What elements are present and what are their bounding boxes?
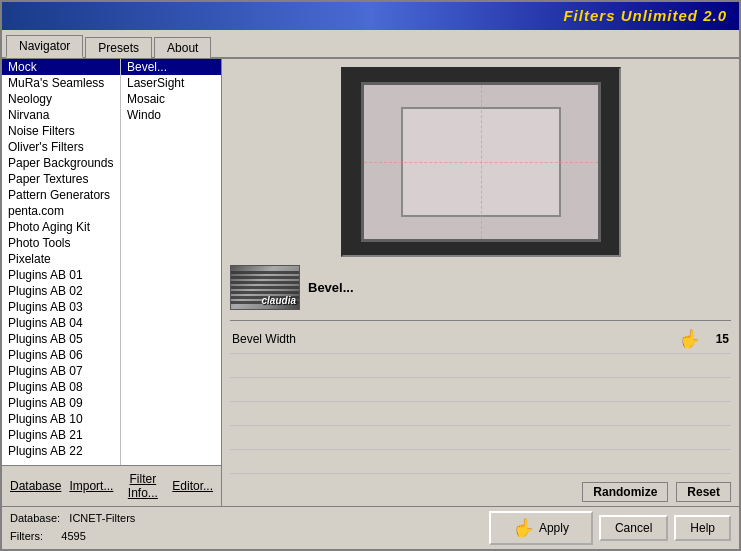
randomize-button[interactable]: Randomize — [582, 482, 668, 502]
param-row-empty-3 — [230, 402, 731, 426]
param-label: Bevel Width — [232, 332, 679, 346]
tab-navigator[interactable]: Navigator — [6, 35, 83, 58]
param-row-bevel-width: Bevel Width 👆 15 — [230, 325, 731, 354]
list-item[interactable]: Plugins AB 09 — [2, 395, 120, 411]
list-item[interactable]: Plugins AB 22 — [2, 443, 120, 459]
list-item[interactable]: Plugins AB 05 — [2, 331, 120, 347]
thumb-line — [231, 271, 299, 274]
hand-icon: 👆 — [679, 328, 701, 350]
param-value-area: 👆 15 — [679, 328, 729, 350]
list-item[interactable]: Mock — [2, 59, 120, 75]
preview-outer — [230, 63, 731, 265]
list-item[interactable]: Plugins AB 01 — [2, 267, 120, 283]
separator — [230, 320, 731, 321]
preview-area — [341, 67, 621, 257]
param-row-empty-5 — [230, 450, 731, 474]
filters-value: 4595 — [61, 530, 85, 542]
sub-list-item[interactable]: LaserSight — [121, 75, 221, 91]
list-item[interactable]: Plugins AB 21 — [2, 427, 120, 443]
thumb-line — [231, 286, 299, 289]
list-item[interactable]: Plugins AB 07 — [2, 363, 120, 379]
reset-button[interactable]: Reset — [676, 482, 731, 502]
left-toolbar: Database Import... Filter Info... Editor… — [2, 465, 221, 506]
database-status: Database: ICNET-Filters — [10, 510, 489, 528]
list-item[interactable]: MuRa's Seamless — [2, 75, 120, 91]
filters-status: Filters: 4595 — [10, 528, 489, 546]
list-item[interactable]: Paper Textures — [2, 171, 120, 187]
main-window: Filters Unlimited 2.0 Navigator Presets … — [0, 0, 741, 551]
parameters-area: Bevel Width 👆 15 — [230, 325, 731, 474]
sub-list-item[interactable]: Bevel... — [121, 59, 221, 75]
list-item[interactable]: Paper Backgrounds — [2, 155, 120, 171]
lists-wrapper: Mock MuRa's Seamless Neology Nirvana Noi… — [2, 59, 221, 465]
list-item[interactable]: Photo Aging Kit — [2, 219, 120, 235]
title-bar: Filters Unlimited 2.0 — [2, 2, 739, 30]
param-value: 15 — [705, 332, 729, 346]
sub-list-item[interactable]: Mosaic — [121, 91, 221, 107]
sub-filter-list[interactable]: Bevel... LaserSight Mosaic Windo — [121, 59, 221, 465]
thumb-line — [231, 276, 299, 279]
filters-label: Filters: — [10, 530, 43, 542]
sub-list-item[interactable]: Windo — [121, 107, 221, 123]
database-label: Database: — [10, 512, 60, 524]
list-item[interactable]: Plugins AB 04 — [2, 315, 120, 331]
param-row-empty-2 — [230, 378, 731, 402]
list-item[interactable]: Plugins AB 02 — [2, 283, 120, 299]
list-item[interactable]: Nirvana — [2, 107, 120, 123]
status-left: Database: ICNET-Filters Filters: 4595 — [10, 510, 489, 545]
right-panel: claudia Bevel... Bevel Width 👆 15 — [222, 59, 739, 506]
tab-about[interactable]: About — [154, 37, 211, 58]
cancel-button[interactable]: Cancel — [599, 515, 668, 541]
list-item[interactable]: penta.com — [2, 203, 120, 219]
list-item[interactable]: Photo Tools — [2, 235, 120, 251]
title-bar-text: Filters Unlimited 2.0 — [563, 7, 727, 24]
right-bottom-row: Randomize Reset — [230, 478, 731, 502]
preview-inner — [361, 82, 601, 242]
list-item[interactable]: Noise Filters — [2, 123, 120, 139]
list-item[interactable]: Plugins AB 10 — [2, 411, 120, 427]
filter-thumbnail: claudia — [230, 265, 300, 310]
split-area: Mock MuRa's Seamless Neology Nirvana Noi… — [2, 59, 739, 506]
param-row-empty-4 — [230, 426, 731, 450]
import-button[interactable]: Import... — [65, 470, 117, 502]
editor-button[interactable]: Editor... — [168, 470, 217, 502]
filter-info-button[interactable]: Filter Info... — [117, 470, 168, 502]
list-item[interactable]: Plugins AB 03 — [2, 299, 120, 315]
tabs-row: Navigator Presets About — [2, 30, 739, 59]
param-row-empty-1 — [230, 354, 731, 378]
thumb-row: claudia Bevel... — [230, 265, 731, 310]
thumb-line — [231, 281, 299, 284]
preview-inner-rect — [401, 107, 561, 217]
list-item[interactable]: Oliver's Filters — [2, 139, 120, 155]
tab-presets[interactable]: Presets — [85, 37, 152, 58]
list-item[interactable]: Plugins AB 08 — [2, 379, 120, 395]
left-panel: Mock MuRa's Seamless Neology Nirvana Noi… — [2, 59, 222, 506]
main-content: Navigator Presets About Mock MuRa's Seam… — [2, 30, 739, 506]
database-button[interactable]: Database — [6, 470, 65, 502]
status-bar: Database: ICNET-Filters Filters: 4595 👆 … — [2, 506, 739, 549]
status-buttons: 👆 Apply Cancel Help — [489, 511, 731, 545]
thumb-line — [231, 291, 299, 294]
database-value: ICNET-Filters — [69, 512, 135, 524]
list-item[interactable]: Pattern Generators — [2, 187, 120, 203]
filter-list[interactable]: Mock MuRa's Seamless Neology Nirvana Noi… — [2, 59, 121, 465]
apply-button[interactable]: 👆 Apply — [489, 511, 593, 545]
thumb-label: claudia — [262, 295, 296, 306]
filter-name-label: Bevel... — [308, 280, 354, 295]
list-item[interactable]: Pixelate — [2, 251, 120, 267]
list-item[interactable]: Plugins AB 06 — [2, 347, 120, 363]
list-item[interactable]: Neology — [2, 91, 120, 107]
help-button[interactable]: Help — [674, 515, 731, 541]
apply-hand-icon: 👆 — [513, 517, 535, 539]
